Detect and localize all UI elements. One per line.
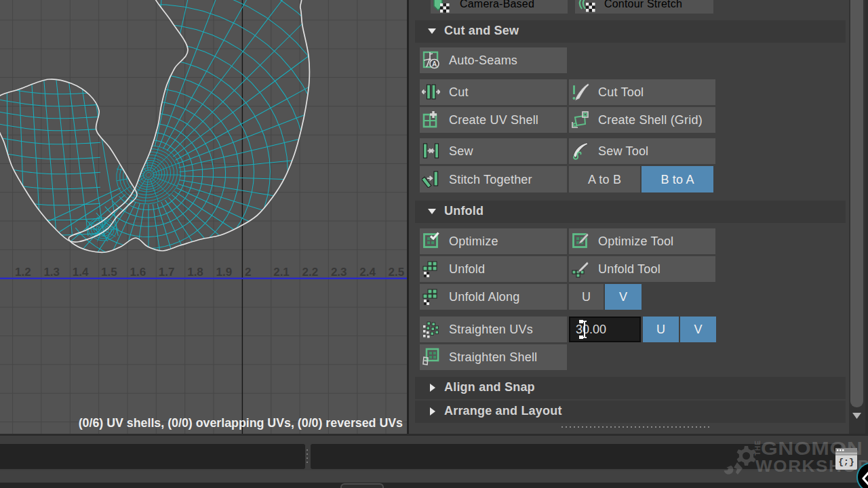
svg-text:1.2: 1.2 [15,266,31,279]
svg-text:2.5: 2.5 [389,266,405,279]
svg-text:2.4: 2.4 [359,266,376,279]
svg-text:(0/6) UV shells, (0/0) overlap: (0/6) UV shells, (0/0) overlapping UVs, … [79,416,403,430]
svg-text:1.5: 1.5 [101,266,117,279]
svg-text:1.7: 1.7 [159,266,175,279]
svg-text:1.4: 1.4 [73,266,89,279]
svg-text:1.6: 1.6 [130,266,146,279]
svg-text:2.1: 2.1 [273,266,290,279]
svg-text:1.3: 1.3 [43,266,60,279]
svg-text:1.9: 1.9 [216,266,233,279]
svg-text:2.3: 2.3 [331,266,347,279]
svg-text:2: 2 [245,266,251,279]
svg-text:{;}: {;} [838,457,854,467]
svg-text:A: A [432,60,437,68]
svg-text:2.2: 2.2 [302,266,319,279]
svg-text:1.8: 1.8 [187,266,203,279]
